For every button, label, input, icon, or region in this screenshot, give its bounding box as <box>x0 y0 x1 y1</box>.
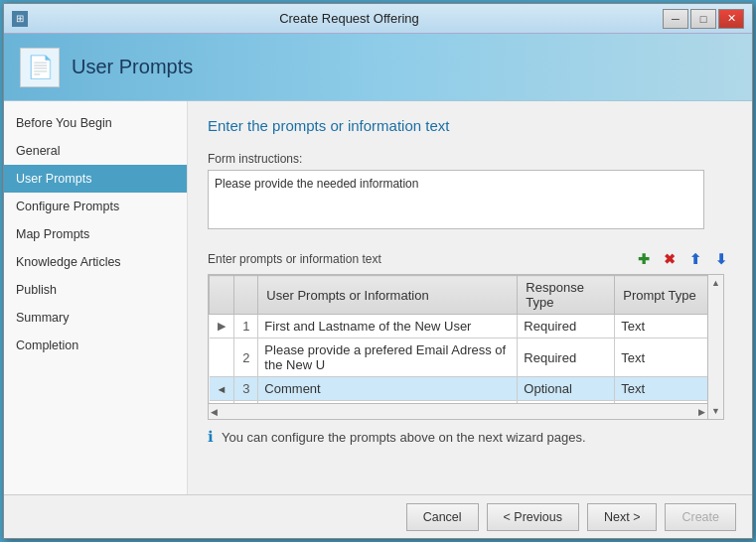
row-indicator: ▶ <box>210 315 234 339</box>
create-button[interactable]: Create <box>665 503 736 531</box>
minimize-button[interactable]: ─ <box>663 9 688 29</box>
header-bar: 📄 User Prompts <box>4 34 752 101</box>
col-num-header <box>234 276 258 315</box>
window-controls: ─ □ ✕ <box>663 9 744 29</box>
add-row-button[interactable]: ✚ <box>633 248 655 270</box>
row-prompt: Please provide a prefered Email Adress o… <box>258 339 518 377</box>
form-instructions-label: Form instructions: <box>208 152 732 166</box>
col-response-header: Response Type <box>518 276 615 315</box>
col-prompt-header: User Prompts or Information <box>258 276 518 315</box>
restore-button[interactable]: □ <box>690 9 716 29</box>
row-number: 1 <box>234 315 258 339</box>
info-message: You can configure the prompts above on t… <box>222 430 586 445</box>
table-actions: ✚ ✖ ⬆ ⬇ <box>633 248 732 270</box>
row-number: 3 <box>234 377 258 401</box>
scroll-left-arrow[interactable]: ◀ <box>211 407 218 417</box>
sidebar-item-knowledge-articles[interactable]: Knowledge Articles <box>4 248 187 276</box>
main-window: ⊞ Create Request Offering ─ □ ✕ 📄 User P… <box>3 3 753 539</box>
form-instructions-input[interactable] <box>208 170 704 229</box>
header-icon: 📄 <box>20 48 60 87</box>
row-number: 2 <box>234 339 258 377</box>
table-row[interactable]: ◄ 3 Comment Optional Text <box>210 377 723 401</box>
info-icon: ℹ <box>208 428 214 446</box>
table-section: Enter prompts or information text ✚ ✖ ⬆ … <box>208 248 732 446</box>
sidebar-item-summary[interactable]: Summary <box>4 304 187 332</box>
window-title: Create Request Offering <box>36 11 663 26</box>
sidebar-item-general[interactable]: General <box>4 137 187 165</box>
info-bar: ℹ You can configure the prompts above on… <box>208 428 732 446</box>
move-up-button[interactable]: ⬆ <box>684 248 706 270</box>
scroll-right-arrow[interactable]: ▶ <box>698 407 705 417</box>
app-icon: ⊞ <box>12 11 28 27</box>
content-area: Before You Begin General User Prompts Co… <box>4 101 752 494</box>
sidebar: Before You Begin General User Prompts Co… <box>4 101 188 494</box>
sidebar-item-configure-prompts[interactable]: Configure Prompts <box>4 193 187 220</box>
vertical-scrollbar[interactable]: ▲ ▼ <box>707 275 723 419</box>
col-indicator-header <box>210 276 234 315</box>
row-response: Required <box>518 339 615 377</box>
prompts-table: User Prompts or Information Response Typ… <box>209 275 723 419</box>
cancel-button[interactable]: Cancel <box>406 503 479 531</box>
table-header-row: Enter prompts or information text ✚ ✖ ⬆ … <box>208 248 732 270</box>
sidebar-item-user-prompts[interactable]: User Prompts <box>4 165 187 193</box>
table-container: User Prompts or Information Response Typ… <box>208 274 724 420</box>
sidebar-item-completion[interactable]: Completion <box>4 332 187 359</box>
previous-button[interactable]: < Previous <box>487 503 579 531</box>
horizontal-scrollbar[interactable]: ◀ ▶ <box>209 403 707 419</box>
scroll-down-arrow[interactable]: ▼ <box>711 405 720 417</box>
table-row[interactable]: ▶ 1 First and Lastname of the New User R… <box>210 315 723 339</box>
sidebar-item-map-prompts[interactable]: Map Prompts <box>4 220 187 248</box>
row-indicator <box>210 339 234 377</box>
footer: Cancel < Previous Next > Create <box>4 494 752 538</box>
table-row[interactable]: 2 Please provide a prefered Email Adress… <box>210 339 723 377</box>
row-prompt: Comment <box>258 377 518 401</box>
main-panel: Enter the prompts or information text Fo… <box>188 101 752 494</box>
table-label: Enter prompts or information text <box>208 252 381 266</box>
row-indicator: ◄ <box>210 377 234 401</box>
move-down-button[interactable]: ⬇ <box>710 248 732 270</box>
close-button[interactable]: ✕ <box>718 9 744 29</box>
table-header: User Prompts or Information Response Typ… <box>210 276 723 315</box>
title-bar: ⊞ Create Request Offering ─ □ ✕ <box>4 4 752 34</box>
remove-row-button[interactable]: ✖ <box>659 248 680 270</box>
sidebar-item-before-you-begin[interactable]: Before You Begin <box>4 109 187 137</box>
sidebar-item-publish[interactable]: Publish <box>4 276 187 304</box>
scroll-up-arrow[interactable]: ▲ <box>711 277 720 289</box>
header-title: User Prompts <box>72 56 193 78</box>
row-response: Optional <box>518 377 615 401</box>
section-title: Enter the prompts or information text <box>208 117 732 134</box>
row-response: Required <box>518 315 615 339</box>
next-button[interactable]: Next > <box>587 503 657 531</box>
row-prompt: First and Lastname of the New User <box>258 315 518 339</box>
